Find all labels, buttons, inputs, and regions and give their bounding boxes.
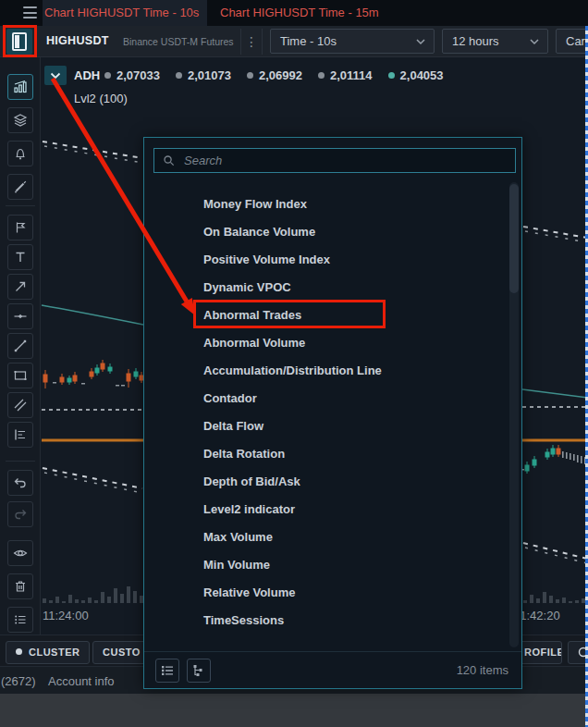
legend-dot-icon [247, 72, 253, 79]
search-input[interactable] [176, 154, 515, 167]
time-axis-label-left: 11:24:00 [43, 609, 89, 622]
tree-view-button[interactable] [187, 659, 211, 683]
indicator-values: 2,07033 2,01073 2,06992 2,01114 2,04053 [104, 68, 444, 82]
list-view-button[interactable] [155, 659, 179, 683]
scrollbar[interactable] [509, 182, 519, 647]
legend-value-text: 2,01073 [188, 68, 231, 82]
tree-view-icon [191, 663, 206, 678]
legend-value: 2,01073 [176, 68, 231, 82]
modal-footer: 120 items [144, 651, 521, 688]
legend-value-text: 2,01114 [330, 68, 373, 82]
indicator-list-item[interactable]: Depth of Bid/Ask [144, 468, 508, 496]
legend-value: 2,07033 [104, 68, 160, 82]
legend-dot-icon [318, 72, 325, 79]
legend-value-text: 2,07033 [116, 68, 160, 82]
legend-value-text: 2,04053 [400, 68, 444, 82]
indicator-sub[interactable]: Lvl2 (100) [74, 92, 128, 105]
indicator-list-item[interactable]: Accumulation/Distribution Line [144, 357, 508, 385]
indicator-list: Money Flow Index On Balance Volume Posit… [144, 191, 508, 635]
list-view-icon [160, 663, 175, 678]
items-count: 120 items [457, 663, 508, 677]
indicator-list-item[interactable]: On Balance Volume [144, 218, 508, 246]
indicator-picker-modal: Money Flow Index On Balance Volume Posit… [143, 137, 522, 689]
legend-collapse-button[interactable] [44, 66, 67, 85]
indicator-list-item[interactable]: Contador [144, 385, 508, 413]
chevron-down-icon [50, 72, 61, 80]
scrollbar-thumb[interactable] [509, 184, 519, 293]
indicator-list-item[interactable]: Delta Rotation [144, 440, 508, 468]
legend-value: 2,01114 [318, 68, 373, 82]
search-box[interactable] [153, 148, 516, 173]
indicator-list-item[interactable]: Delta Flow [144, 413, 508, 440]
legend-value: 2,06992 [247, 68, 302, 82]
legend-value-text: 2,06992 [259, 68, 302, 82]
trading-app-window: Chart HIGHUSDT Time - 10s Chart HIGHUSDT… [0, 0, 588, 727]
indicator-list-item[interactable]: Min Volume [144, 551, 508, 579]
search-icon [162, 154, 176, 167]
indicator-list-item[interactable]: Max Volume [144, 524, 508, 551]
legend-value: 2,04053 [388, 68, 444, 82]
indicator-list-item[interactable]: Abnormal Volume [144, 329, 508, 357]
indicator-list-item[interactable]: Abnormal Trades [144, 302, 508, 329]
indicator-name[interactable]: ADH [74, 68, 100, 82]
indicator-list-item[interactable]: Level2 indicator [144, 496, 508, 524]
indicator-list-item[interactable]: Positive Volume Index [144, 246, 508, 274]
indicator-list-item[interactable]: Dynamic VPOC [144, 274, 508, 302]
indicator-list-item[interactable]: Relative Volume [144, 579, 508, 607]
legend-dot-icon [388, 72, 395, 79]
indicator-list-item[interactable]: TimeSessions [144, 607, 508, 635]
legend-dot-icon [104, 72, 111, 79]
legend-dot-icon [176, 72, 182, 79]
indicator-list-item[interactable]: Money Flow Index [144, 191, 508, 218]
